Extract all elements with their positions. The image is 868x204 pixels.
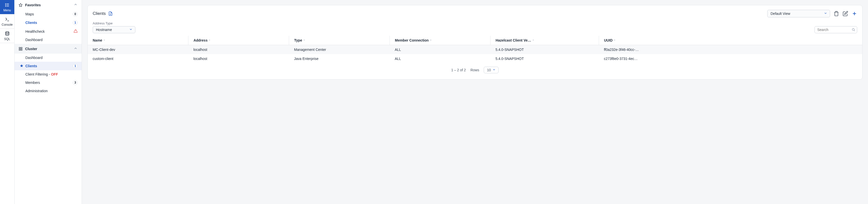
sidebar-section-cluster[interactable]: Cluster <box>14 44 82 54</box>
search-input[interactable] <box>814 26 857 33</box>
rail-sql[interactable]: SQL <box>0 29 14 43</box>
svg-point-20 <box>852 28 854 30</box>
page-title: Clients <box>93 11 113 16</box>
chevron-down-icon <box>492 68 496 72</box>
cell-name: custom-client <box>88 54 188 63</box>
sort-icon: ⌃ <box>303 39 305 42</box>
table-header-row: Name⌃ Address⌃ Type⌃ Member Connection⌃ … <box>88 36 862 45</box>
sidebar-item-administration[interactable]: Administration <box>14 87 82 95</box>
chevron-up-icon <box>73 46 78 51</box>
rail-menu[interactable]: Menu <box>0 0 14 15</box>
cell-mc: ALL <box>390 54 491 63</box>
sort-icon: ⌃ <box>209 39 211 42</box>
sidebar-item-label: Dashboard <box>25 56 43 60</box>
main-content: Clients Default View Address Type Hostna… <box>82 0 868 204</box>
cell-address: localhost <box>188 54 289 63</box>
clients-table: Name⌃ Address⌃ Type⌃ Member Connection⌃ … <box>88 36 862 63</box>
count-badge: 1 <box>73 20 78 25</box>
star-icon <box>20 64 23 68</box>
sidebar-item-maps[interactable]: Maps 0 <box>14 10 82 18</box>
grid-icon <box>19 47 23 51</box>
table-row[interactable]: custom-client localhost Java Enterprise … <box>88 54 862 63</box>
sidebar-item-label: Clients <box>25 64 37 68</box>
svg-marker-8 <box>19 3 22 6</box>
sidebar-item-label: Maps <box>25 12 34 16</box>
trash-icon[interactable] <box>834 11 839 16</box>
sidebar-section-favorites[interactable]: Favorites <box>14 0 82 10</box>
col-name[interactable]: Name⌃ <box>88 36 188 45</box>
sidebar-item-label: Administration <box>25 89 48 93</box>
svg-marker-15 <box>20 64 23 67</box>
database-icon <box>5 31 10 36</box>
page-range: 1 – 2 of 2 <box>451 68 466 72</box>
svg-rect-12 <box>21 47 22 49</box>
svg-point-5 <box>5 6 6 6</box>
svg-line-21 <box>854 30 855 31</box>
sort-icon: ⌃ <box>532 39 534 42</box>
svg-rect-14 <box>19 49 20 50</box>
sidebar-item-label: Dashboard <box>25 38 43 42</box>
rail-sql-label: SQL <box>4 37 10 41</box>
chevron-up-icon <box>73 2 78 7</box>
rows-label: Rows <box>470 68 479 72</box>
status-off: OFF <box>51 72 58 76</box>
sidebar-item-label: Clients <box>25 21 37 25</box>
edit-icon[interactable] <box>843 11 848 16</box>
list-icon <box>5 2 10 7</box>
rows-per-page-select[interactable]: 10 <box>484 67 499 73</box>
sidebar-item-label: Members <box>25 81 40 85</box>
svg-rect-11 <box>19 47 20 49</box>
svg-point-3 <box>5 3 6 4</box>
svg-rect-13 <box>21 49 22 50</box>
sidebar-item-healthcheck[interactable]: Healthcheck <box>14 27 82 36</box>
terminal-icon <box>5 17 10 22</box>
cell-type: Java Enterprise <box>289 54 390 63</box>
address-type-label: Address Type <box>93 21 135 25</box>
app-rail: Menu Console SQL <box>0 0 14 204</box>
cell-type: Management Center <box>289 45 390 54</box>
star-outline-icon <box>19 3 23 7</box>
page-title-text: Clients <box>93 11 106 16</box>
sort-icon: ⌃ <box>614 39 616 42</box>
rail-menu-label: Menu <box>3 8 11 12</box>
cell-ver: 5.4.0-SNAPSHOT <box>491 45 599 54</box>
col-hz-version[interactable]: Hazelcast Client Ve…⌃ <box>491 36 599 45</box>
sidebar-item-dashboard-fav[interactable]: Dashboard <box>14 36 82 44</box>
sidebar-item-label: Healthcheck <box>25 29 45 33</box>
plus-icon[interactable] <box>852 11 857 16</box>
sidebar-item-clients-fav[interactable]: Clients 1 <box>14 18 82 27</box>
count-badge: 1 <box>73 64 78 68</box>
address-type-filter: Address Type Hostname <box>93 21 135 33</box>
sidebar-item-members[interactable]: Members 3 <box>14 78 82 87</box>
col-member-connection[interactable]: Member Connection⌃ <box>390 36 491 45</box>
count-badge: 3 <box>73 80 78 85</box>
cluster-title: Cluster <box>25 47 37 51</box>
col-uuid[interactable]: UUID⌃ <box>599 36 862 45</box>
sort-icon: ⌃ <box>430 39 432 42</box>
sidebar-item-dashboard[interactable]: Dashboard <box>14 54 82 62</box>
panel-header: Clients Default View <box>88 10 862 21</box>
table-row[interactable]: MC-Client-dev localhost Management Cente… <box>88 45 862 54</box>
cell-name: MC-Client-dev <box>88 45 188 54</box>
cell-mc: ALL <box>390 45 491 54</box>
filter-bar: Address Type Hostname <box>88 21 862 36</box>
svg-point-4 <box>5 5 6 5</box>
rows-value: 10 <box>487 68 491 72</box>
col-type[interactable]: Type⌃ <box>289 36 390 45</box>
sidebar-item-client-filtering[interactable]: Client Filtering - OFF <box>14 70 82 78</box>
rail-console-label: Console <box>1 23 12 26</box>
favorites-title: Favorites <box>25 3 41 7</box>
sort-icon: ⌃ <box>103 39 105 42</box>
search-box <box>814 26 857 33</box>
col-address[interactable]: Address⌃ <box>188 36 289 45</box>
cell-ver: 5.4.0-SNAPSHOT <box>491 54 599 63</box>
cell-address: localhost <box>188 45 289 54</box>
rail-console[interactable]: Console <box>0 15 14 29</box>
chevron-down-icon <box>824 11 827 16</box>
search-icon <box>852 28 855 31</box>
chevron-down-icon <box>129 28 133 32</box>
sidebar-item-clients[interactable]: Clients 1 <box>14 62 82 70</box>
view-select[interactable]: Default View <box>767 10 830 17</box>
document-icon[interactable] <box>108 11 113 16</box>
address-type-select[interactable]: Hostname <box>93 26 135 33</box>
